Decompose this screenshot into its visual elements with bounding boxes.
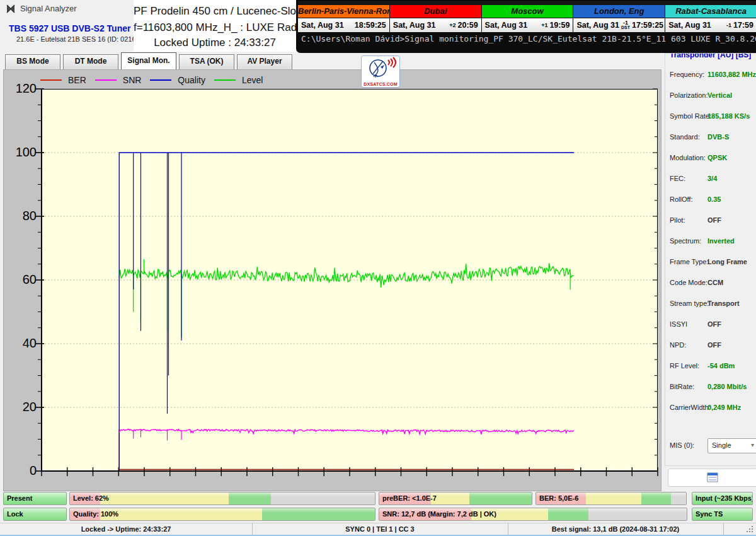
clock-time-row: Sat, Aug 31-1DST17:59:25 — [573, 18, 665, 32]
transponder-row-value: CCM — [707, 279, 723, 286]
clock-time-row: Sat, Aug 31+119:59 — [482, 18, 573, 32]
transponder-row-value: OFF — [707, 341, 721, 349]
transponder-row-label: Polarization: — [670, 91, 708, 99]
transponder-row-label: Code Mode: — [670, 279, 707, 286]
transponder-row-label: RF Level: — [670, 362, 699, 370]
transponder-row-label: Symbol Rate: — [670, 112, 711, 120]
signal-chart-panel: BERSNRQualityLevel 020406080100120 — [3, 69, 662, 491]
legend-label: SNR — [123, 75, 142, 85]
tuner-name: TBS 5927 USB DVB-S2 Tuner — [9, 23, 130, 33]
clock-date: Sat, Aug 31 — [393, 21, 436, 30]
clock-utc-offset: +1 — [539, 23, 549, 28]
legend-item-snr: SNR — [95, 75, 142, 85]
clock-date: Sat, Aug 31 — [485, 21, 528, 30]
transponder-row-label: Stream type: — [670, 300, 709, 307]
transponder-row-value: 185,188 KS/s — [707, 112, 750, 120]
status-cell-2: SYNC 0 | TEI 1 | CC 3 — [252, 523, 508, 535]
transponder-row-value: 11603,882 MHz — [707, 71, 756, 78]
world-clock-window[interactable]: Berlin-Paris-Vienna-RomaSat, Aug 3118:59… — [297, 0, 756, 33]
command-prompt-line: C:\Users\Roman Dávid>Signal monitoring_P… — [301, 34, 756, 44]
y-tick-label-20: 20 — [9, 400, 37, 414]
clock-city-label: Rabat-Casablanca — [665, 5, 756, 18]
clock-date: Sat, Aug 31 — [668, 21, 711, 30]
toolbar-button-dt-mode[interactable]: DT Mode — [63, 54, 118, 70]
y-tick-label-120: 120 — [9, 81, 37, 96]
legend-swatch-quality — [150, 79, 171, 81]
transponder-row-label: Standard: — [670, 133, 700, 141]
clock-city-label: Dubai — [390, 5, 481, 18]
clock-column-1: Berlin-Paris-Vienna-RomaSat, Aug 3118:59… — [298, 5, 389, 32]
indicator-input-235-kbps-: Input (~235 Kbps) — [692, 492, 753, 505]
clock-time-value: 19:59 — [549, 21, 570, 30]
toolbar-button-av-player[interactable]: AV Player — [237, 54, 292, 70]
clock-city-label: London, Eng — [573, 5, 665, 18]
transponder-row-label: Frequency: — [670, 71, 704, 78]
indicator-preber: preBER: <1.0E-7 — [379, 492, 532, 505]
clock-time-value: 17:59:25 — [632, 21, 663, 30]
mis-dropdown[interactable]: Single ▾ — [707, 438, 756, 453]
transponder-sidebar: Transponder [AU] [BS] Frequency:11603,88… — [665, 53, 756, 466]
toolbar-button-tsa-ok-[interactable]: TSA (OK) — [179, 54, 234, 70]
clock-city-label: Berlin-Paris-Vienna-Roma — [298, 5, 389, 18]
legend-item-level: Level — [214, 75, 263, 85]
indicator-snr: SNR: 12,7 dB (Margin: 7,2 dB | OK) — [379, 508, 687, 521]
monitoring-header-panel: PF Prodelin 450 cm / Lucenec-Slovakia f=… — [134, 0, 296, 52]
transponder-row-label: Frame Type: — [670, 258, 709, 265]
clock-date: Sat, Aug 31 — [576, 21, 619, 30]
locked-uptime: Locked Uptime : 24:33:27 — [134, 37, 296, 49]
clock-column-4: London, EngSat, Aug 31-1DST17:59:25 — [573, 5, 665, 32]
clock-city-label: Moscow — [482, 5, 573, 18]
clock-utc-offset: -1 — [724, 23, 733, 28]
status-cell-1: Locked -> Uptime: 24:33:27 — [0, 523, 253, 535]
transponder-row-value: -54 dBm — [707, 362, 735, 370]
transponder-row-value: OFF — [707, 320, 721, 328]
legend-swatch-snr — [95, 79, 117, 81]
toolbar-button-bs-mode[interactable]: BS Mode — [5, 54, 60, 70]
satellite-dish-icon — [362, 56, 398, 80]
clock-column-2: DubaiSat, Aug 31+220:59 — [389, 5, 481, 32]
transponder-row-label: Spectrum: — [670, 237, 701, 245]
toolbar-button-signal-mon-[interactable]: Signal Mon. — [121, 52, 176, 71]
clock-time-value: 18:59:25 — [355, 21, 386, 30]
transponder-row-label: Pilot: — [670, 216, 685, 224]
app-icon — [6, 4, 16, 14]
clock-window-titlebar — [298, 1, 756, 5]
logo-text: DXSATCS.COM — [362, 82, 399, 86]
legend-swatch-ber — [40, 79, 62, 81]
clock-column-3: MoscowSat, Aug 31+119:59 — [481, 5, 573, 32]
transponder-title: Transponder [AU] [BS] — [670, 53, 751, 59]
clock-utc-offset: -1DST — [619, 21, 632, 30]
signal-analyzer-window: Signal Analyzer TBS 5927 USB DVB-S2 Tune… — [0, 0, 756, 536]
transponder-row-value: Transport — [707, 300, 740, 307]
legend-item-ber: BER — [40, 75, 86, 85]
clock-time-row: Sat, Aug 31+220:59 — [390, 18, 481, 32]
mis-selected-value: Single — [712, 441, 731, 449]
transponder-row-value: 0.35 — [707, 195, 721, 203]
transponder-row-label: FEC: — [670, 175, 685, 182]
y-tick-label-100: 100 — [9, 145, 37, 160]
legend-label: Quality — [178, 75, 205, 85]
frequency-service: f=11603,800 MHz_H_ : LUXE Radio — [134, 21, 296, 34]
antenna-location: PF Prodelin 450 cm / Lucenec-Slovakia — [134, 5, 296, 18]
window-title: Signal Analyzer — [20, 4, 77, 13]
legend-item-quality: Quality — [150, 75, 205, 85]
clock-offset-value: -1 — [623, 21, 628, 25]
mis-label: MIS (0): — [670, 441, 694, 449]
y-tick-label-0: 0 — [9, 463, 37, 478]
transponder-row-value: DVB-S — [707, 133, 729, 141]
transponder-row-value: Vertical — [707, 91, 732, 99]
transponder-list-button[interactable] — [668, 469, 756, 487]
transponder-row-label: RollOff: — [670, 195, 692, 203]
transponder-row-label: ISSYI — [670, 320, 687, 328]
transponder-row-value: QPSK — [707, 154, 727, 161]
transponder-row-value: Long Frame — [707, 258, 747, 265]
indicator-sync-ts: Sync TS — [692, 508, 753, 521]
resize-grip[interactable] — [746, 525, 754, 533]
clock-offset-value: +1 — [541, 23, 547, 28]
transponder-row-value: OFF — [707, 216, 721, 224]
indicator-level: Level: 62% — [69, 492, 375, 505]
chevron-down-icon: ▾ — [751, 439, 754, 452]
y-tick-label-80: 80 — [9, 209, 37, 223]
status-cell-3: Best signal: 13,1 dB (2024-08-31 17:02) — [508, 523, 724, 535]
signal-chart-plot — [42, 89, 658, 471]
